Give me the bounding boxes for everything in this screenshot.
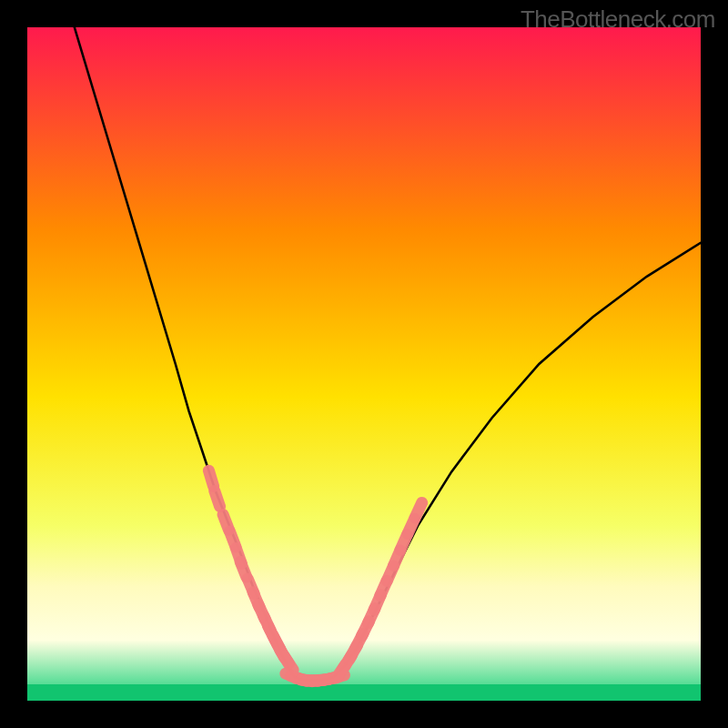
chart-svg bbox=[27, 27, 701, 701]
gradient-background bbox=[27, 27, 701, 701]
plot-area bbox=[27, 27, 701, 701]
chart-container: TheBottleneck.com bbox=[0, 0, 728, 728]
marker-dots-left bbox=[215, 490, 220, 506]
marker-dots-right bbox=[415, 502, 422, 517]
marker-dots-left bbox=[208, 470, 213, 486]
watermark-text: TheBottleneck.com bbox=[521, 5, 715, 34]
green-baseline-band bbox=[27, 684, 701, 701]
